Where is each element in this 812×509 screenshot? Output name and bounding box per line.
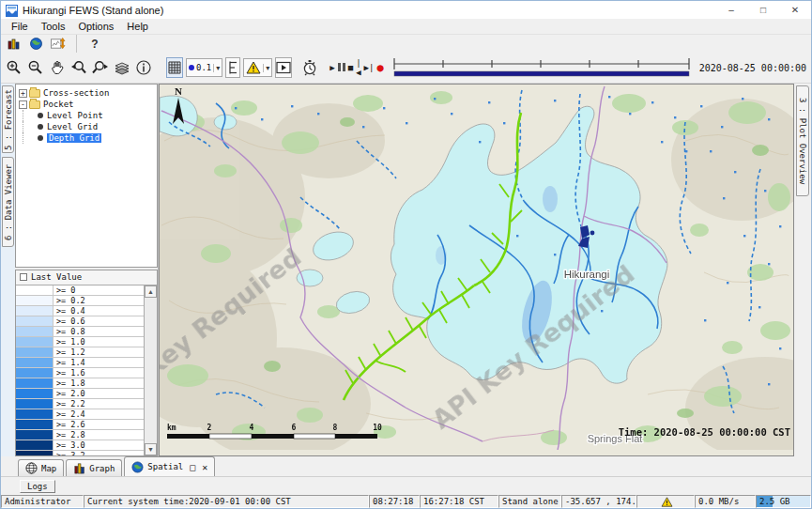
legend-class-row[interactable]: >= 1.0	[16, 337, 144, 347]
right-tab-strip: 3 : Plot Overview	[794, 84, 811, 456]
legend-class-row[interactable]: >= 0	[16, 285, 144, 296]
legend-class-row[interactable]: >= 3.2	[16, 451, 144, 455]
tab-graph[interactable]: Graph	[66, 459, 122, 476]
grid-display-button[interactable]	[166, 57, 183, 78]
legend-class-row[interactable]: >= 0.2	[16, 296, 144, 306]
tab-plot-overview[interactable]: 3 : Plot Overview	[796, 85, 809, 196]
zoom-out-button[interactable]	[26, 57, 45, 78]
timeline-date-label: 2020-08-25 00:00:00 CST	[699, 63, 812, 73]
legend-class-label: >= 0.4	[54, 306, 144, 316]
record-button[interactable]: ●	[376, 61, 383, 74]
legend-class-label: >= 1.4	[54, 358, 144, 367]
pause-button[interactable]	[338, 63, 345, 73]
legend-class-row[interactable]: >= 0.6	[16, 316, 144, 327]
timer-button[interactable]	[300, 57, 319, 78]
scale-tick-label: 10	[373, 424, 382, 432]
tree-item-depth-grid[interactable]: Depth Grid	[19, 132, 157, 144]
info-button[interactable]	[134, 57, 153, 78]
menu-item-help[interactable]: Help	[120, 19, 155, 34]
tab-maximize-icon[interactable]: □	[190, 462, 195, 472]
legend-class-row[interactable]: >= 2.8	[16, 430, 144, 440]
map-display-button[interactable]	[27, 36, 44, 53]
tree-item-cross-section[interactable]: +Cross-section	[19, 87, 157, 99]
step-forward-button[interactable]: ▶|	[364, 63, 375, 72]
scroll-up-icon[interactable]: ▲	[145, 285, 157, 298]
warning-icon	[661, 497, 673, 507]
tree-item-label: Depth Grid	[47, 133, 101, 143]
tree-item-pocket[interactable]: -Pocket	[19, 99, 157, 110]
legend-class-row[interactable]: >= 1.6	[16, 368, 144, 378]
logs-button[interactable]: Logs	[20, 480, 55, 493]
legend-class-row[interactable]: >= 1.8	[16, 378, 144, 389]
legend-class-row[interactable]: >= 2.2	[16, 399, 144, 409]
status-gmt-time: 08:27:18 GMT	[369, 495, 420, 508]
legend-color-swatch	[16, 368, 54, 378]
profile-button[interactable]	[225, 57, 240, 78]
map-view[interactable]: API Key Required API Key Required Hikura…	[159, 84, 794, 456]
tab-data-viewer[interactable]: 6 : Data Viewer	[2, 157, 14, 247]
tree-expander-icon[interactable]: -	[19, 100, 27, 109]
pan-button[interactable]	[48, 57, 67, 78]
scroll-down-icon[interactable]: ▼	[145, 443, 157, 455]
legend-class-row[interactable]: >= 2.6	[16, 420, 144, 430]
legend-class-row[interactable]: >= 0.8	[16, 327, 144, 337]
maximize-icon[interactable]: □	[747, 1, 779, 19]
menu-item-tools[interactable]: Tools	[35, 19, 72, 34]
tab-map[interactable]: Map	[18, 459, 64, 476]
zoom-previous-button[interactable]	[69, 57, 88, 78]
window-title: Hikurangi FEWS (Stand alone)	[23, 5, 163, 16]
scale-tick-label: 2	[207, 424, 212, 432]
tree-expander-icon[interactable]: +	[19, 89, 27, 98]
timeline-slider[interactable]	[392, 55, 691, 80]
layers-button[interactable]	[113, 57, 131, 78]
play-button[interactable]: ▶	[329, 63, 334, 72]
close-icon[interactable]: ✕	[779, 1, 811, 19]
tree-connector	[23, 121, 38, 132]
legend-class-label: >= 1.0	[54, 337, 144, 347]
tab-spatial[interactable]: Spatial□✕	[124, 456, 215, 476]
status-system-time: Current system time:2020-09-01 00:00 CST	[84, 495, 369, 508]
legend-table: >= 0>= 0.2>= 0.4>= 0.6>= 0.8>= 1.0>= 1.2…	[16, 285, 157, 455]
tree-item-level-grid[interactable]: Level Grid	[19, 121, 157, 132]
legend-class-row[interactable]: >= 3.0	[16, 440, 144, 451]
legend-class-row[interactable]: >= 2.4	[16, 409, 144, 420]
zoom-next-button[interactable]	[91, 57, 110, 78]
scale-tick-label: 8	[333, 424, 338, 432]
timeseries-display-button[interactable]	[50, 36, 67, 53]
legend-class-row[interactable]: >= 0.4	[16, 306, 144, 316]
tab-close-icon[interactable]: ✕	[202, 462, 207, 472]
app-icon	[6, 4, 18, 16]
legend-class-label: >= 2.6	[54, 420, 144, 429]
legend-class-label: >= 1.6	[54, 368, 144, 378]
stop-button[interactable]: ■	[348, 63, 353, 72]
thresholds-warning-dropdown[interactable]: ▾	[243, 58, 272, 77]
menu-item-options[interactable]: Options	[71, 19, 120, 34]
database-display-button[interactable]	[5, 36, 22, 53]
legend-class-row[interactable]: >= 1.4	[16, 358, 144, 368]
menu-item-file[interactable]: File	[5, 19, 35, 34]
legend-class-row[interactable]: >= 1.2	[16, 347, 144, 358]
tree-item-level-point[interactable]: Level Point	[19, 110, 157, 121]
legend-class-label: >= 3.0	[54, 440, 144, 450]
status-local-time: 16:27:18 CST	[420, 495, 498, 508]
help-icon[interactable]: ?	[86, 36, 103, 53]
zoom-in-button[interactable]	[5, 57, 23, 78]
status-warning-cell[interactable]	[636, 495, 695, 508]
tree-item-label: Level Grid	[47, 122, 98, 131]
logs-row: Logs	[1, 477, 811, 495]
node-bullet-icon	[38, 124, 43, 130]
legend-class-label: >= 2.2	[54, 399, 144, 409]
tab-forecast[interactable]: 5 : Forecast	[2, 85, 14, 153]
legend-class-label: >= 1.8	[54, 378, 144, 388]
minimize-icon[interactable]: –	[715, 1, 747, 19]
step-back-button[interactable]: |◀	[356, 58, 360, 77]
animate-button[interactable]	[275, 57, 292, 78]
legend-scrollbar[interactable]: ▲ ▼	[144, 285, 157, 455]
chevron-down-icon: ▾	[213, 64, 220, 72]
data-tree: +Cross-section-PocketLevel PointLevel Gr…	[15, 84, 158, 268]
contour-threshold-dropdown[interactable]: 0.1 ▾	[186, 58, 222, 77]
legend-class-row[interactable]: >= 2.0	[16, 389, 144, 399]
last-value-checkbox[interactable]	[20, 273, 27, 281]
node-bullet-icon	[38, 135, 43, 141]
status-network-rate: 0.0 MB/s	[695, 495, 756, 508]
